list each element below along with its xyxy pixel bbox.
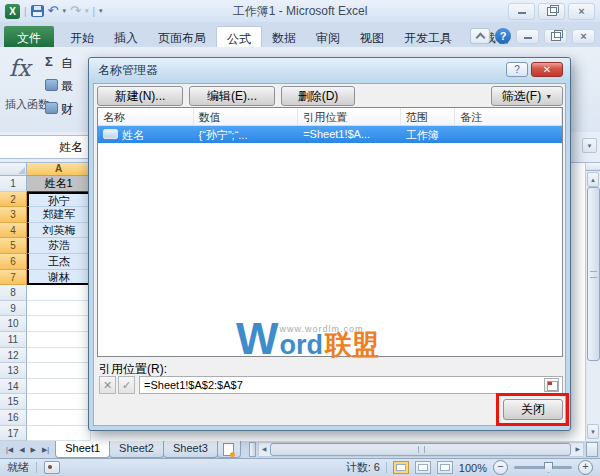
dialog-close-button[interactable]: 关闭 <box>503 399 563 420</box>
undo-icon[interactable]: ↶ <box>48 5 59 17</box>
tab-页面布局[interactable]: 页面布局 <box>148 26 216 47</box>
zoom-level[interactable]: 100% <box>459 462 487 474</box>
row-header-3[interactable]: 3 <box>0 207 27 223</box>
select-all-corner[interactable] <box>0 163 27 176</box>
delete-name-button[interactable]: 删除(D) <box>281 86 355 106</box>
column-header-数值[interactable]: 数值 <box>194 108 299 125</box>
row-header-5[interactable]: 5 <box>0 238 27 254</box>
workbook-close-button[interactable]: × <box>572 29 595 44</box>
prev-sheet-icon[interactable]: ◀ <box>16 442 27 457</box>
tab-split-handle[interactable] <box>249 442 256 457</box>
row-header-9[interactable]: 9 <box>0 301 27 317</box>
dialog-title-bar[interactable]: 名称管理器 <box>89 58 570 82</box>
collapse-ribbon-icon[interactable] <box>470 28 490 44</box>
financial-functions-icon[interactable] <box>45 102 58 114</box>
tab-file[interactable]: 文件 <box>4 26 54 47</box>
filter-button[interactable]: 筛选(F) ▼ <box>491 86 563 106</box>
workbook-restore-button[interactable] <box>544 29 567 44</box>
horizontal-scroll-thumb[interactable] <box>270 443 571 456</box>
vertical-split-handle[interactable] <box>586 163 600 171</box>
row-header-8[interactable]: 8 <box>0 285 27 301</box>
cell-A11[interactable] <box>27 332 91 348</box>
vertical-scroll-thumb[interactable] <box>587 187 600 361</box>
cell-A10[interactable] <box>27 316 91 332</box>
row-header-6[interactable]: 6 <box>0 254 27 270</box>
restore-button[interactable] <box>538 3 565 20</box>
cell-A6[interactable]: 王杰 <box>27 254 91 270</box>
new-name-button[interactable]: 新建(N)... <box>97 86 183 106</box>
scroll-right-icon[interactable]: ▶ <box>572 443 583 456</box>
zoom-out-icon[interactable]: − <box>493 460 508 475</box>
sheet-tab-sheet2[interactable]: Sheet2 <box>109 441 164 458</box>
close-button[interactable]: × <box>568 3 595 20</box>
cell-A1[interactable]: 姓名1 <box>27 176 91 192</box>
row-header-1[interactable]: 1 <box>0 176 27 192</box>
tab-开始[interactable]: 开始 <box>60 26 104 47</box>
refers-to-input[interactable] <box>139 376 563 394</box>
insert-function-icon[interactable]: fx <box>9 55 30 81</box>
record-macro-icon[interactable] <box>44 461 60 474</box>
next-sheet-icon[interactable]: ▶ <box>28 442 39 457</box>
cell-A8[interactable] <box>27 285 91 301</box>
confirm-entry-icon[interactable]: ✓ <box>118 376 135 394</box>
excel-app-icon[interactable]: X <box>5 4 20 19</box>
column-header-a[interactable]: A <box>27 163 91 176</box>
autosum-label[interactable]: 自 <box>61 55 73 72</box>
cell-A3[interactable]: 郑建军 <box>27 207 91 223</box>
workbook-minimize-button[interactable] <box>516 29 539 44</box>
scroll-left-icon[interactable]: ◀ <box>259 443 270 456</box>
cell-A4[interactable]: 刘英梅 <box>27 223 91 239</box>
formula-bar-expand-icon[interactable]: ▼ <box>582 138 597 153</box>
row-header-7[interactable]: 7 <box>0 270 27 286</box>
redo-dropdown-icon[interactable]: ▾ <box>85 7 89 15</box>
save-icon[interactable] <box>31 5 44 17</box>
tab-开发工具[interactable]: 开发工具 <box>394 26 462 47</box>
vertical-scrollbar[interactable]: ▲ ▼ <box>585 163 600 441</box>
minimize-button[interactable] <box>508 3 535 20</box>
autosum-icon[interactable]: Σ <box>45 54 53 69</box>
undo-dropdown-icon[interactable]: ▾ <box>63 7 67 15</box>
row-header-17[interactable]: 17 <box>0 426 27 442</box>
cell-A16[interactable] <box>27 410 91 426</box>
zoom-slider-thumb[interactable] <box>544 462 553 473</box>
horizontal-scrollbar[interactable]: ◀ ▶ <box>258 442 584 457</box>
dialog-help-icon[interactable]: ? <box>506 62 528 77</box>
redo-icon[interactable]: ↷ <box>70 5 81 17</box>
collapse-range-icon[interactable] <box>544 378 559 392</box>
cell-A17[interactable] <box>27 426 91 442</box>
page-layout-view-icon[interactable] <box>415 461 431 474</box>
scroll-up-icon[interactable]: ▲ <box>587 172 599 187</box>
recent-functions-label[interactable]: 最 <box>61 78 73 95</box>
name-box[interactable]: 姓名 <box>0 135 91 159</box>
cell-A14[interactable] <box>27 379 91 395</box>
row-header-15[interactable]: 15 <box>0 394 27 410</box>
scroll-down-icon[interactable]: ▼ <box>587 424 599 439</box>
cell-A12[interactable] <box>27 348 91 364</box>
row-header-13[interactable]: 13 <box>0 363 27 379</box>
normal-view-icon[interactable] <box>393 461 409 474</box>
column-header-引用位置[interactable]: 引用位置 <box>298 108 401 125</box>
tab-审阅[interactable]: 审阅 <box>306 26 350 47</box>
financial-functions-label[interactable]: 财 <box>61 101 73 118</box>
nm-row[interactable]: 姓名{“孙宁”;“...=Sheet1!$A...工作簿 <box>98 126 562 143</box>
scrollbar-end-handle[interactable] <box>586 442 598 457</box>
cell-A9[interactable] <box>27 301 91 317</box>
zoom-in-icon[interactable]: + <box>578 460 593 475</box>
page-break-view-icon[interactable] <box>437 461 453 474</box>
cell-A15[interactable] <box>27 394 91 410</box>
first-sheet-icon[interactable]: |◀ <box>3 442 16 457</box>
last-sheet-icon[interactable]: ▶| <box>39 442 52 457</box>
row-header-2[interactable]: 2 <box>0 192 27 208</box>
help-icon[interactable]: ? <box>495 28 511 44</box>
insert-function-label[interactable]: 插入函数 <box>5 97 49 112</box>
cell-A5[interactable]: 苏浩 <box>27 238 91 254</box>
cancel-entry-icon[interactable]: ✕ <box>99 376 116 394</box>
tab-数据[interactable]: 数据 <box>262 26 306 47</box>
dialog-close-icon[interactable]: ✕ <box>531 62 563 77</box>
sheet-tab-sheet3[interactable]: Sheet3 <box>163 441 218 458</box>
row-header-14[interactable]: 14 <box>0 379 27 395</box>
tab-视图[interactable]: 视图 <box>350 26 394 47</box>
row-header-16[interactable]: 16 <box>0 410 27 426</box>
insert-worksheet-icon[interactable] <box>217 441 241 458</box>
row-header-10[interactable]: 10 <box>0 316 27 332</box>
